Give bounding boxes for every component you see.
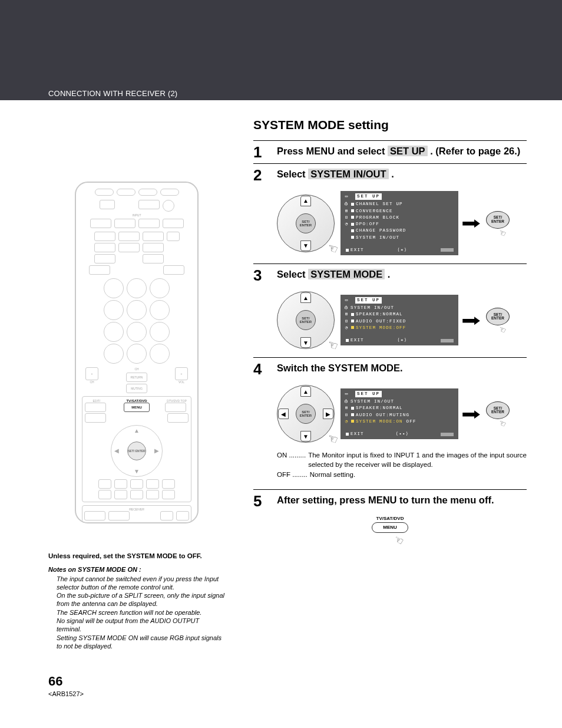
step-text: Switch the SYSTEM MODE. [277, 361, 527, 377]
page: CONNECTION WITH RECEIVER (2) INPUT [0, 0, 562, 713]
step-number: 2 [253, 167, 269, 183]
step-number: 5 [253, 493, 269, 509]
hand-icon: ☜ [325, 431, 340, 448]
mode-description: ON .........The Monitor input is fixed t… [253, 451, 527, 489]
note-body: The input cannot be switched even if you… [48, 575, 225, 651]
body: INPUT +CH CHRETURNMUTING [0, 100, 562, 668]
main-title: SYSTEM MODE setting [253, 118, 527, 132]
step-5: 5 After setting, press MENU to turn the … [253, 490, 527, 512]
note-heading: Unless required, set the SYSTEM MODE to … [48, 552, 225, 561]
hand-icon: ☜ [325, 337, 340, 354]
hand-icon: ☜ [497, 227, 508, 239]
arrow-right-icon: ➡ [461, 404, 480, 424]
setup-highlight: SET UP [388, 146, 428, 156]
step-number: 1 [253, 144, 269, 160]
footer: 66 <ARB1527> [0, 668, 562, 713]
step-2-graphics: ▲▼ SET/ ENTER ☜ ▭SET UP ⫛CHANNEL SET UP … [253, 186, 527, 263]
step-3: 3 Select SYSTEM MODE . [253, 264, 527, 286]
joystick-icon: ▲▼ SET/ ENTER ☜ [277, 195, 335, 252]
step-1: 1 Press MENU and select SET UP . (Refer … [253, 141, 527, 163]
osd-screen-setup: ▭SET UP ⫛CHANNEL SET UP ⊞CONVERGENCE ⊡PR… [340, 191, 458, 255]
step-4: 4 Switch the SYSTEM MODE. [253, 358, 527, 380]
hand-icon: ☜ [325, 240, 340, 257]
remote-dpad: ▲ ▼ ◀ ▶ SET/ ENTER [111, 425, 163, 477]
remote-body: INPUT +CH CHRETURNMUTING [75, 182, 199, 523]
set-enter-mini: SET/ ENTER ☜ [484, 401, 512, 426]
set-enter-mini: SET/ ENTER ☜ [484, 308, 512, 332]
tvsatdvd-label: TV/SAT/DVD [376, 516, 404, 521]
hand-icon: ☜ [392, 532, 406, 548]
page-number: 66 [48, 674, 562, 689]
remote-menu-button: MENU [124, 403, 150, 412]
right-column: SYSTEM MODE setting 1 Press MENU and sel… [253, 118, 527, 650]
remote-illustration: INPUT +CH CHRETURNMUTING [48, 182, 225, 523]
step-number: 3 [253, 268, 269, 283]
step-2: 2 Select SYSTEM IN/OUT . [253, 164, 527, 186]
step-3-graphics: ▲▼ SET/ ENTER ☜ ▭SET UP ⫛SYSTEM IN/OUT ⊞… [253, 286, 527, 357]
remote-menu-section: EDIT/ TV/SAT/DVDMENU DTV/DVD TOP ▲ ▼ ◀ ▶… [82, 396, 191, 502]
hand-icon: ☜ [497, 417, 508, 429]
step-text: Press MENU and select SET UP . (Refer to… [277, 144, 527, 160]
step-4-graphics: ▲▼ ◀▶ SET/ ENTER ☜ ▭SET UP ⫛SYSTEM IN/OU… [253, 380, 527, 451]
menu-button-mini: MENU [372, 522, 408, 533]
osd-screen-inout: ▭SET UP ⫛SYSTEM IN/OUT ⊞SPEAKER:NORMAL ⊡… [340, 295, 458, 346]
joystick-icon: ▲▼ SET/ ENTER ☜ [277, 291, 335, 349]
joystick-icon: ▲▼ ◀▶ SET/ ENTER ☜ [277, 385, 335, 443]
arrow-right-icon: ➡ [461, 311, 480, 330]
system-inout-highlight: SYSTEM IN/OUT [308, 169, 388, 179]
system-mode-highlight: SYSTEM MODE [308, 269, 385, 279]
step-text: Select SYSTEM MODE . [277, 268, 527, 283]
remote-tvsatdvd-label: TV/SAT/DVD [111, 399, 162, 403]
arrow-right-icon: ➡ [461, 213, 480, 233]
set-enter-mini: SET/ ENTER ☜ [484, 211, 512, 236]
left-column: INPUT +CH CHRETURNMUTING [48, 118, 225, 650]
step-text: After setting, press MENU to turn the me… [277, 493, 527, 509]
document-code: <ARB1527> [48, 690, 562, 697]
osd-screen-mode: ▭SET UP ⫛SYSTEM IN/OUT ⊞SPEAKER:NORMAL ⊡… [340, 388, 458, 440]
remote-set-enter: SET/ ENTER [127, 442, 146, 460]
hand-icon: ☜ [497, 324, 508, 335]
step-text: Select SYSTEM IN/OUT . [277, 167, 527, 183]
header-band: CONNECTION WITH RECEIVER (2) [0, 0, 562, 100]
menu-button-illustration: TV/SAT/DVD MENU ☜ [355, 516, 425, 546]
note-subheading: Notes on SYSTEM MODE ON : [48, 566, 225, 573]
section-title: CONNECTION WITH RECEIVER (2) [48, 89, 562, 98]
step-number: 4 [253, 361, 269, 377]
